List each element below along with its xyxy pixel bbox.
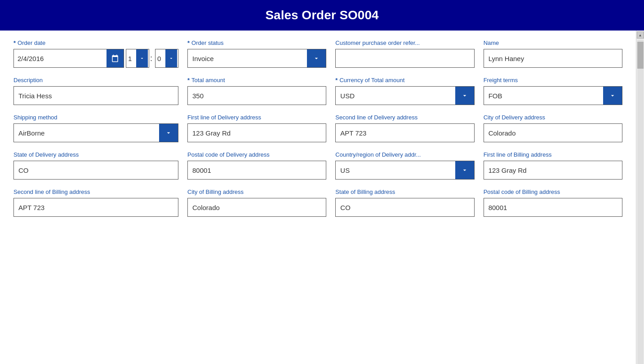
delivery-line2-label: Second line of Delivery address <box>335 114 474 121</box>
billing-line2-input[interactable] <box>13 198 178 217</box>
shipping-method-field: Shipping method <box>13 114 178 142</box>
billing-line1-label: First line of Billing address <box>484 151 622 158</box>
total-amount-input[interactable] <box>187 86 326 105</box>
delivery-state-input[interactable] <box>13 161 178 180</box>
hour-dropdown-btn[interactable] <box>136 49 148 67</box>
hour-input[interactable] <box>126 49 136 67</box>
scroll-track[interactable] <box>637 39 644 364</box>
page-title: Sales Order SO004 <box>0 0 644 31</box>
billing-city-label: City of Billing address <box>187 189 326 195</box>
currency-label: * Currency of Total amount <box>335 77 474 83</box>
scrollbar[interactable]: ▲ ▼ <box>636 31 644 364</box>
delivery-line1-label: First line of Delivery address <box>187 114 326 121</box>
billing-postal-label: Postal code of Billing address <box>484 189 622 195</box>
shipping-method-dropdown-btn[interactable] <box>159 124 178 142</box>
delivery-state-field: State of Delivery address <box>13 151 178 180</box>
billing-line2-field: Second line of Billing address <box>13 189 178 217</box>
description-label: Description <box>13 77 178 83</box>
shipping-method-input[interactable] <box>14 124 159 142</box>
order-date-input[interactable] <box>14 49 107 67</box>
billing-state-input[interactable] <box>335 198 474 217</box>
shipping-method-label: Shipping method <box>13 114 178 121</box>
billing-state-label: State of Billing address <box>335 189 474 195</box>
scroll-up-btn[interactable]: ▲ <box>637 31 644 39</box>
minute-input[interactable] <box>155 49 165 67</box>
scroll-thumb[interactable] <box>637 42 644 69</box>
currency-dropdown-btn[interactable] <box>455 87 474 105</box>
freight-terms-input[interactable] <box>484 87 603 105</box>
billing-city-input[interactable] <box>187 198 326 217</box>
freight-terms-field: Freight terms <box>484 77 622 105</box>
delivery-country-select[interactable] <box>335 161 474 180</box>
calendar-icon[interactable] <box>107 49 124 67</box>
order-status-input[interactable] <box>188 49 307 67</box>
billing-line1-input[interactable] <box>484 161 622 180</box>
billing-city-field: City of Billing address <box>187 189 326 217</box>
customer-po-label: Customer purchase order refer... <box>335 39 474 46</box>
order-status-field: * Order status <box>187 39 326 68</box>
delivery-postal-label: Postal code of Delivery address <box>187 151 326 158</box>
delivery-line1-input[interactable] <box>187 123 326 142</box>
name-input[interactable] <box>484 49 622 68</box>
order-status-dropdown-btn[interactable] <box>307 49 326 67</box>
order-status-select[interactable] <box>187 49 326 68</box>
delivery-country-field: Country/region of Delivery addr... <box>335 151 474 180</box>
order-date-label: * Order date <box>13 39 178 46</box>
minute-dropdown-btn[interactable] <box>165 49 177 67</box>
billing-postal-field: Postal code of Billing address <box>484 189 622 217</box>
name-label: Name <box>484 39 622 46</box>
billing-postal-input[interactable] <box>484 198 622 217</box>
freight-terms-dropdown-btn[interactable] <box>603 87 622 105</box>
total-amount-field: * Total amount <box>187 77 326 105</box>
customer-po-input[interactable] <box>335 49 474 68</box>
currency-input[interactable] <box>336 87 455 105</box>
customer-po-field: Customer purchase order refer... <box>335 39 474 68</box>
delivery-country-label: Country/region of Delivery addr... <box>335 151 474 158</box>
currency-select[interactable] <box>335 86 474 105</box>
shipping-method-select[interactable] <box>13 123 178 142</box>
delivery-line2-field: Second line of Delivery address <box>335 114 474 142</box>
description-input[interactable] <box>13 86 178 105</box>
total-amount-label: * Total amount <box>187 77 326 83</box>
currency-field: * Currency of Total amount <box>335 77 474 105</box>
name-field: Name <box>484 39 622 68</box>
freight-terms-select[interactable] <box>484 86 622 105</box>
delivery-city-label: City of Delivery address <box>484 114 622 121</box>
minute-input-group <box>155 49 178 68</box>
delivery-postal-field: Postal code of Delivery address <box>187 151 326 180</box>
order-status-label: * Order status <box>187 39 326 46</box>
billing-state-field: State of Billing address <box>335 189 474 217</box>
delivery-country-dropdown-btn[interactable] <box>455 161 474 179</box>
hour-input-group <box>126 49 149 68</box>
delivery-state-label: State of Delivery address <box>13 151 178 158</box>
billing-line2-label: Second line of Billing address <box>13 189 178 195</box>
delivery-country-input[interactable] <box>336 161 455 179</box>
description-field: Description <box>13 77 178 105</box>
delivery-city-input[interactable] <box>484 123 622 142</box>
delivery-line1-field: First line of Delivery address <box>187 114 326 142</box>
billing-line1-field: First line of Billing address <box>484 151 622 180</box>
delivery-line2-input[interactable] <box>335 123 474 142</box>
freight-terms-label: Freight terms <box>484 77 622 83</box>
delivery-postal-input[interactable] <box>187 161 326 180</box>
delivery-city-field: City of Delivery address <box>484 114 622 142</box>
order-date-field: * Order date <box>13 39 178 68</box>
